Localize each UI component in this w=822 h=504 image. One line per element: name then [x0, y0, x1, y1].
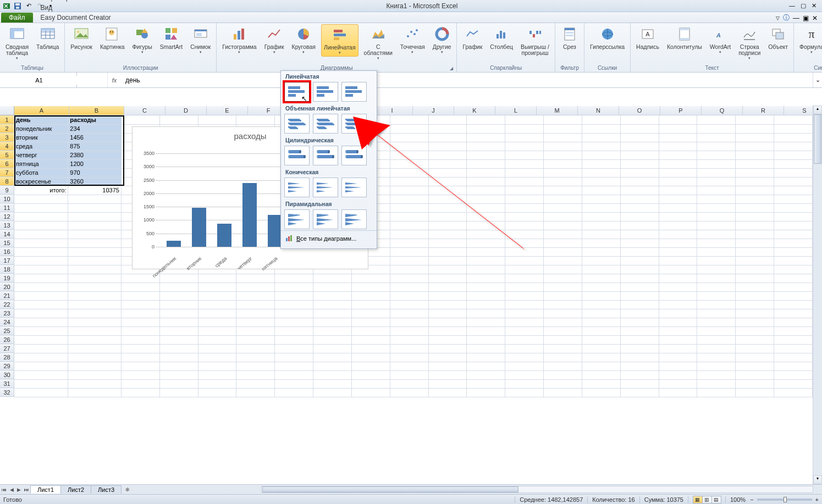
cell[interactable] [275, 335, 313, 344]
cell[interactable] [544, 265, 582, 274]
cell[interactable] [620, 370, 659, 379]
cell[interactable] [428, 388, 467, 397]
cell[interactable] [774, 203, 812, 212]
cell[interactable] [620, 344, 659, 353]
cell[interactable] [68, 221, 122, 230]
cell[interactable] [659, 388, 697, 397]
cell[interactable] [582, 230, 620, 239]
cell[interactable] [275, 318, 313, 326]
row-header[interactable]: 3 [0, 133, 14, 142]
cell[interactable] [68, 256, 122, 265]
cell[interactable] [121, 335, 159, 344]
cell[interactable] [505, 168, 544, 177]
sheet-tab[interactable]: Лист3 [91, 485, 122, 494]
bar-chart-button[interactable]: Линейчатая▾ [321, 24, 358, 57]
row-header[interactable]: 12 [0, 212, 14, 221]
cell[interactable]: четверг [14, 151, 68, 159]
cell[interactable] [467, 212, 505, 221]
cell[interactable] [159, 291, 198, 300]
zoom-in-icon[interactable]: + [815, 496, 819, 503]
scatter-chart-button[interactable]: Точечная▾ [398, 24, 427, 56]
scroll-down-icon[interactable]: ▾ [813, 475, 822, 484]
cell[interactable] [428, 300, 467, 309]
cell[interactable] [774, 115, 812, 124]
cell[interactable] [659, 309, 697, 318]
sparkline-column-button[interactable]: Столбец [488, 24, 515, 51]
cell[interactable] [467, 133, 505, 142]
row-header[interactable]: 22 [0, 300, 14, 309]
cell[interactable] [659, 142, 697, 151]
cell[interactable] [697, 335, 736, 344]
shapes-button[interactable]: Фигуры▾ [130, 24, 155, 56]
ribbon-minimize-icon[interactable]: ▽ [776, 15, 780, 21]
cell[interactable] [467, 230, 505, 239]
cell[interactable] [736, 274, 774, 283]
cell[interactable]: воскресенье [14, 177, 68, 186]
cell[interactable] [121, 362, 159, 370]
cell[interactable] [582, 151, 620, 159]
cell[interactable] [544, 221, 582, 230]
fx-icon[interactable]: fx [108, 77, 121, 84]
cell[interactable] [774, 335, 812, 344]
column-header[interactable]: I [372, 106, 413, 115]
cell[interactable] [582, 274, 620, 283]
cell[interactable] [467, 247, 505, 256]
spreadsheet-grid[interactable]: ABCDEFGHIJKLMNOPQRST 1234567891011121314… [0, 88, 813, 462]
scroll-thumb[interactable] [814, 114, 821, 164]
cell[interactable] [505, 221, 544, 230]
sheet-tab[interactable]: Лист1 [30, 485, 61, 494]
cell[interactable] [390, 177, 428, 186]
cell[interactable] [620, 362, 659, 370]
cell[interactable] [505, 177, 544, 186]
pie-chart-button[interactable]: Круговая▾ [290, 24, 318, 56]
cell[interactable]: 1200 [68, 159, 122, 168]
sheet-nav-first-icon[interactable]: ⏮ [0, 487, 8, 492]
chart-type-thumb[interactable] [284, 178, 310, 197]
cell[interactable] [620, 230, 659, 239]
cell[interactable] [505, 274, 544, 283]
cell[interactable] [428, 124, 467, 133]
cell[interactable] [736, 142, 774, 151]
scroll-up-icon[interactable]: ▴ [813, 106, 822, 114]
cell[interactable] [14, 274, 68, 283]
cell[interactable] [505, 318, 544, 326]
cell[interactable] [236, 362, 275, 370]
cell[interactable] [582, 300, 620, 309]
cell[interactable] [351, 353, 390, 362]
cell[interactable] [544, 335, 582, 344]
cell[interactable] [774, 283, 812, 291]
cell[interactable]: 10375 [68, 186, 122, 195]
cell[interactable] [505, 283, 544, 291]
signature-line-button[interactable]: Строка подписи▾ [736, 24, 763, 62]
row-header[interactable]: 1 [0, 115, 14, 124]
cell[interactable] [697, 318, 736, 326]
cell[interactable] [774, 151, 812, 159]
cell[interactable] [544, 388, 582, 397]
cell[interactable] [121, 309, 159, 318]
cell[interactable] [620, 151, 659, 159]
cell[interactable] [390, 335, 428, 344]
cell[interactable] [659, 133, 697, 142]
cell[interactable] [774, 186, 812, 195]
cell[interactable] [697, 283, 736, 291]
cell[interactable] [620, 203, 659, 212]
row-header[interactable]: 4 [0, 142, 14, 151]
chart-type-thumb[interactable] [341, 146, 367, 165]
cell[interactable] [544, 300, 582, 309]
cell[interactable] [697, 379, 736, 388]
zoom-out-icon[interactable]: − [750, 496, 753, 503]
cell[interactable] [697, 362, 736, 370]
cell[interactable] [428, 230, 467, 239]
cell[interactable] [505, 335, 544, 344]
cell[interactable] [697, 256, 736, 265]
cell[interactable] [467, 362, 505, 370]
row-header[interactable]: 2 [0, 124, 14, 133]
cell[interactable] [544, 318, 582, 326]
cell[interactable] [351, 291, 390, 300]
cell[interactable] [736, 168, 774, 177]
cell[interactable] [428, 309, 467, 318]
cell[interactable] [390, 318, 428, 326]
cell[interactable] [505, 115, 544, 124]
cell[interactable] [582, 115, 620, 124]
cell[interactable] [736, 221, 774, 230]
